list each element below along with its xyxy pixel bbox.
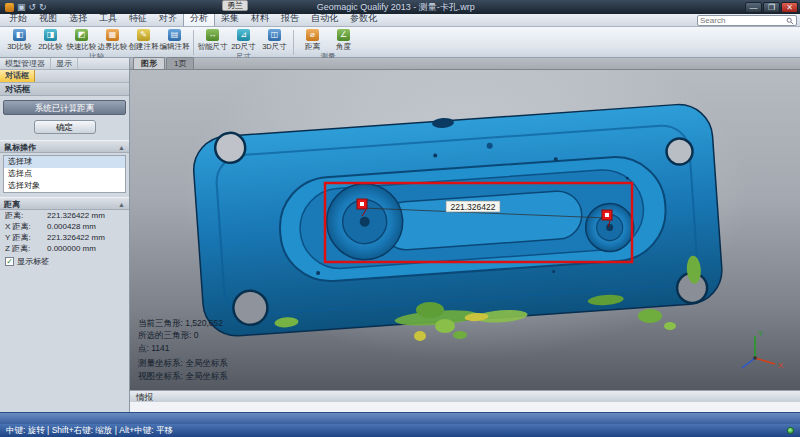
dimension-2d-icon: ⊿ [237,29,250,41]
ribbon-group-dimension: ↔ 智能尺寸 ⊿ 2D尺寸 ◫ 3D尺寸 尺寸 [195,28,292,57]
floating-tooltip: 勇兰 [222,0,248,11]
tab-align[interactable]: 对齐 [153,12,183,26]
mouse-operations-list: 选择球 选择点 选择对象 [3,155,126,193]
lower-toolbar [0,412,800,424]
distance-section-header[interactable]: 距离 ▲ [0,197,129,210]
tab-view[interactable]: 视图 [33,12,63,26]
distance-y-row: Y 距离: 221.326422 mm [0,232,129,243]
button-quick-compare[interactable]: ◩ 快速比较 [66,28,97,52]
stat-selected-triangles: 所选的三角形: 0 [138,329,223,341]
button-angle[interactable]: ∠ 角度 [328,28,359,52]
minimize-button[interactable]: — [745,2,762,13]
button-distance[interactable]: ⌀ 距离 [297,28,328,52]
tab-model-manager[interactable]: 模型管理器 [0,58,51,69]
maximize-button[interactable]: ❐ [763,2,780,13]
distance-value: 221.326422 mm [47,210,124,221]
distance-z-row: Z 距离: 0.000000 mm [0,243,129,254]
list-item-select-sphere[interactable]: 选择球 [4,156,125,168]
button-label: 编辑注释 [160,42,190,52]
button-smart-dimension[interactable]: ↔ 智能尺寸 [197,28,228,52]
measure-coord-system: 测量坐标系: 全局坐标系 [138,357,228,369]
left-panel: 模型管理器 显示 对话框 对话框 系统已计算距离 确定 鼠标操作 ▲ 选择球 选… [0,58,130,412]
tab-dialog[interactable]: 对话框 [0,70,35,82]
search-box[interactable] [697,15,797,26]
tab-material[interactable]: 材料 [245,12,275,26]
close-button[interactable]: ✕ [781,2,798,13]
distance-row: 距离: 221.326422 mm [0,210,129,221]
tab-feature[interactable]: 特征 [123,12,153,26]
button-label: 距离 [305,42,320,52]
ok-button[interactable]: 确定 [34,120,96,134]
button-3d-dimension[interactable]: ◫ 3D尺寸 [259,28,290,52]
create-annotation-icon: ✎ [137,29,150,41]
tab-parametric[interactable]: 参数化 [344,12,383,26]
show-label-checkbox[interactable]: ✓ [5,257,14,266]
tab-capture[interactable]: 采集 [215,12,245,26]
scanned-part[interactable] [191,99,724,343]
compare-3d-icon: ◧ [13,29,26,41]
coordinate-systems: 测量坐标系: 全局坐标系 视图坐标系: 全局坐标系 [138,357,228,382]
ribbon-separator [193,30,194,55]
info-panel-header[interactable]: 情报 [130,390,800,402]
status-bar: 中键: 旋转 | Shift+右键: 缩放 | Alt+中键: 平移 [0,424,800,437]
dimension-3d-icon: ◫ [268,29,281,41]
mesh-stats: 当前三角形: 1,520,652 所选的三角形: 0 点: 1141 [138,317,223,354]
button-label: 智能尺寸 [198,42,228,52]
list-item-select-object[interactable]: 选择对象 [4,180,125,192]
button-edit-annotation[interactable]: ▤ 编辑注释 [159,28,190,52]
button-2d-dimension[interactable]: ⊿ 2D尺寸 [228,28,259,52]
undo-icon[interactable]: ↺ [29,2,37,12]
distance-x-label: X 距离: [5,221,47,232]
orientation-triad: Y X [742,329,784,370]
edit-annotation-icon: ▤ [168,29,181,41]
distance-x-value: 0.000428 mm [47,221,124,232]
redo-icon[interactable]: ↻ [39,2,47,12]
button-label: 3D比较 [7,42,32,52]
button-label: 角度 [336,42,351,52]
tab-tools[interactable]: 工具 [93,12,123,26]
corner-hole [214,132,246,164]
dialog-status-header: 系统已计算距离 [3,100,126,115]
corner-hole [666,138,694,166]
stat-current-triangles: 当前三角形: 1,520,652 [138,317,223,329]
search-input[interactable] [700,16,786,25]
3d-canvas[interactable]: 221.326422 Y X [130,70,800,390]
button-3d-compare[interactable]: ◧ 3D比较 [4,28,35,52]
show-label-text: 显示标签 [17,256,49,267]
distance-icon: ⌀ [306,29,319,41]
ribbon: ◧ 3D比较 ◨ 2D比较 ◩ 快速比较 ▦ 边界比较 ✎ 创建注释 ▤ 编辑注… [0,27,800,58]
distance-z-value: 0.000000 mm [47,243,124,254]
distance-y-value: 221.326422 mm [47,232,124,243]
quick-compare-icon: ◩ [75,29,88,41]
button-create-annotation[interactable]: ✎ 创建注释 [128,28,159,52]
boundary-compare-icon: ▦ [106,29,119,41]
3d-viewport[interactable]: 221.326422 Y X [130,70,800,390]
button-boundary-compare[interactable]: ▦ 边界比较 [97,28,128,52]
compare-2d-icon: ◨ [44,29,57,41]
ribbon-group-compare: ◧ 3D比较 ◨ 2D比较 ◩ 快速比较 ▦ 边界比较 ✎ 创建注释 ▤ 编辑注… [2,28,192,57]
tab-display[interactable]: 显示 [51,58,78,69]
axis-y-label: Y [758,329,764,338]
tab-start[interactable]: 开始 [3,12,33,26]
tab-report[interactable]: 报告 [275,12,305,26]
button-label: 快速比较 [67,42,97,52]
tab-automation[interactable]: 自动化 [305,12,344,26]
viewport-tab-page1[interactable]: 1页 [166,57,194,69]
save-icon[interactable]: ▣ [17,2,26,12]
list-item-select-point[interactable]: 选择点 [4,168,125,180]
ribbon-separator [293,30,294,55]
section-title: 距离 [4,198,20,209]
viewport-tab-graphics[interactable]: 图形 [133,57,165,69]
mouse-operations-header[interactable]: 鼠标操作 ▲ [0,140,129,153]
corner-hole [232,290,268,326]
stat-points: 点: 1141 [138,342,223,354]
collapse-icon[interactable]: ▲ [118,141,125,152]
tab-select[interactable]: 选择 [63,12,93,26]
button-2d-compare[interactable]: ◨ 2D比较 [35,28,66,52]
button-label: 创建注释 [129,42,159,52]
ribbon-tab-bar: 开始 视图 选择 工具 特征 对齐 分析 采集 材料 报告 自动化 参数化 [0,14,800,27]
search-icon [786,17,794,25]
collapse-icon[interactable]: ▲ [118,198,125,209]
axis-x-label: X [778,361,784,370]
distance-label: 距离: [5,210,47,221]
